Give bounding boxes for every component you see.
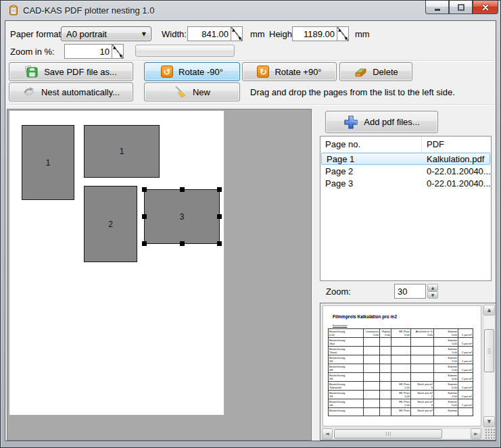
selection-handle[interactable] [217, 241, 222, 246]
resize-grip[interactable] [485, 429, 496, 439]
selection-handle[interactable] [142, 187, 147, 192]
preview-cell: € pro m² [458, 338, 473, 347]
zoom-percent-input[interactable] [65, 45, 112, 58]
preview-cell: Summe 0,00 [434, 329, 458, 338]
separator [7, 60, 494, 61]
preview-cell: EK Preis 2,00 [391, 382, 411, 391]
hscroll-thumb[interactable] [334, 429, 442, 439]
drag-drop-hint: Drag and drop the pages from the list to… [250, 87, 455, 97]
paper-format-value: A0 portrait [66, 29, 107, 39]
paper-format-select[interactable]: A0 portrait ▼ [61, 26, 151, 41]
caption-buttons [425, 1, 498, 15]
scroll-right-button[interactable]: ► [471, 428, 481, 439]
maximize-button[interactable] [449, 1, 473, 14]
placed-page-2[interactable]: 1 [84, 125, 160, 178]
scroll-left-button[interactable]: ◄ [322, 428, 333, 439]
selection-handle[interactable] [180, 187, 185, 192]
preview-cell [380, 399, 391, 408]
preview-zoom-input[interactable] [394, 284, 426, 299]
preview-cell: € pro m² [458, 347, 473, 355]
preview-cell [364, 382, 380, 391]
rotate-cw-button[interactable]: ↻ Rotate +90° [242, 62, 337, 81]
client-area: Paper format: A0 portrait ▼ Width: ▲ ▼ m… [5, 20, 496, 441]
delete-button[interactable]: Delete [339, 62, 412, 81]
minimize-button[interactable] [425, 1, 449, 14]
preview-cell: EK Preis 0,00 [391, 329, 411, 338]
column-page-no[interactable]: Page no. [320, 136, 422, 152]
preview-cell: EK Preis [391, 408, 411, 416]
down-arrow-button[interactable]: ▼ [427, 291, 438, 299]
scroll-down-button[interactable]: ▼ [483, 416, 495, 427]
up-arrow-button[interactable]: ▲ [427, 284, 438, 291]
spin-down-icon: ▼ [119, 53, 122, 58]
close-button[interactable] [473, 1, 498, 14]
list-item-page-3[interactable]: Page 3 0-22.01.20040... [320, 177, 491, 189]
selection-handle[interactable] [217, 187, 222, 192]
spin-up-icon: ▲ [113, 45, 116, 49]
page-number: 3 [180, 212, 185, 222]
zoom-progress-bar[interactable] [135, 45, 235, 57]
list-item-page-1[interactable]: Page 1 Kalkulation.pdf [321, 153, 490, 165]
paper-format-label: Paper format: [10, 29, 64, 39]
list-header[interactable]: Page no. PDF [320, 136, 491, 153]
placed-page-1[interactable]: 1 [22, 125, 74, 200]
zoom-percent-spinner[interactable]: ▲ ▼ [112, 45, 123, 58]
preview-cell [364, 338, 380, 347]
preview-cell: Rabatt 0,00 [380, 329, 391, 338]
placed-page-3[interactable]: 2 [84, 186, 137, 262]
new-button[interactable]: New [144, 82, 240, 101]
preview-cell: € pro m² [458, 382, 473, 391]
nest-automatically-button[interactable]: Nest automatically... [9, 82, 133, 101]
preview-cell: Stück pro m² 3 [411, 382, 434, 391]
preview-table: Bezeichnung 0,00Listenpreis 0,00Rabatt 0… [328, 328, 473, 416]
chevron-down-icon: ▼ [142, 31, 146, 37]
column-pdf[interactable]: PDF [422, 139, 444, 149]
preview-cell [391, 364, 411, 373]
rotate-cw-icon: ↻ [257, 66, 269, 78]
selection-handle[interactable] [142, 241, 147, 246]
zoom-percent-label: Zoom in %: [10, 47, 55, 57]
broom-icon [174, 85, 187, 99]
app-window: CAD-KAS PDF plotter nesting 1.0 Paper fo… [0, 0, 501, 448]
scroll-up-button[interactable]: ▲ [483, 305, 495, 316]
selection-handle[interactable] [142, 214, 147, 219]
spin-down-icon: ▼ [238, 36, 241, 41]
title-bar[interactable]: CAD-KAS PDF plotter nesting 1.0 [1, 1, 500, 20]
preview-row: Bezeichnung TeilemittelEK Preis 2,00Stüc… [329, 382, 473, 391]
pages-list[interactable]: Page no. PDF Page 1 Kalkulation.pdf Page… [320, 136, 492, 281]
preview-cell: Stück pro m² 3 [411, 399, 434, 408]
vscroll-thumb[interactable] [484, 329, 494, 372]
close-icon [481, 3, 490, 12]
pdf-preview-page: Filmmpreis Kalkulation pro m2 Kostenarte… [323, 305, 481, 426]
save-icon [25, 66, 39, 78]
thumb-grip [386, 432, 391, 436]
selection-handle[interactable] [217, 214, 222, 219]
selection-handle[interactable] [180, 241, 185, 246]
height-spinner[interactable]: ▲ ▼ [337, 27, 348, 41]
preview-zoom-label: Zoom: [326, 287, 351, 297]
add-pdf-files-button[interactable]: Add pdf files... [325, 111, 438, 133]
width-spinner[interactable]: ▲ ▼ [231, 27, 242, 41]
spin-up-icon: ▲ [338, 27, 341, 32]
preview-cell [411, 338, 434, 347]
preview-cell [364, 373, 380, 382]
preview-cell [364, 364, 380, 373]
height-input[interactable] [293, 27, 337, 41]
preview-cell: Bezeichnung 3/6 [329, 355, 364, 364]
width-field: ▲ ▼ [187, 26, 243, 41]
width-unit: mm [250, 29, 265, 39]
save-pdf-button[interactable]: Save PDF file as... [9, 62, 133, 81]
preview-cell: Stück pro m² [411, 408, 434, 416]
width-input[interactable] [188, 27, 231, 41]
nesting-canvas[interactable]: 1 1 2 3 [7, 109, 312, 441]
eraser-icon [354, 66, 367, 78]
placed-page-4-selected[interactable]: 3 [144, 189, 220, 244]
maximize-icon [456, 3, 466, 12]
page-number: 1 [120, 147, 124, 156]
list-item-page-2[interactable]: Page 2 0-22.01.20040... [320, 165, 491, 177]
preview-cell: Bezeichnung 0,00 [329, 329, 364, 338]
preview-row: Bezeichnung s/6EK Preis 2,00Stück pro m²… [329, 399, 473, 408]
preview-cell: Listenpreis 0,00 [364, 329, 380, 338]
preview-cell: Bezeichnung [329, 408, 364, 416]
rotate-ccw-button[interactable]: ↺ Rotate -90° [144, 62, 240, 81]
